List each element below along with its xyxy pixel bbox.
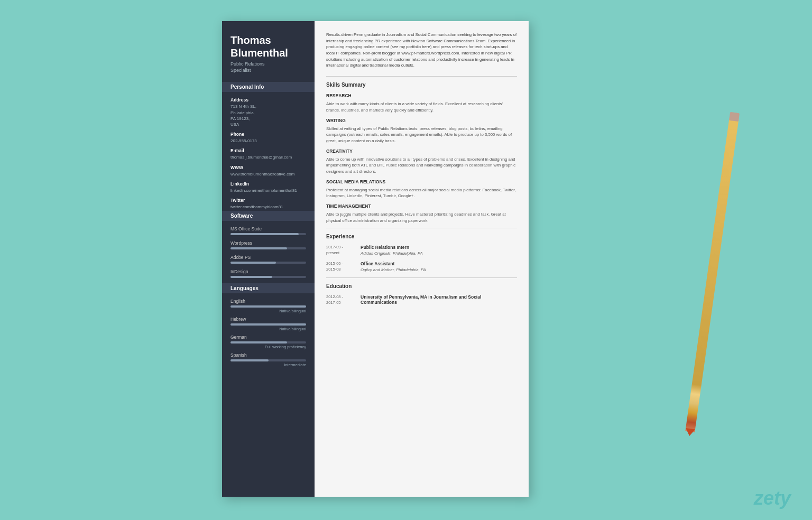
lang-hebrew-bar-fill [230,323,306,326]
lang-hebrew-name: Hebrew [230,317,306,322]
sidebar: Thomas Blumenthal Public RelationsSpecia… [222,21,315,497]
resume: Thomas Blumenthal Public RelationsSpecia… [222,21,529,497]
lang-spanish-name: Spanish [230,352,306,358]
twitter-label: Twitter [230,198,306,203]
experience-divider [326,228,517,228]
lang-english: English Native/bilingual [230,299,306,313]
skill-ms-office-name: MS Office Suite [230,226,306,231]
experience-item-1: 2017-09 -present Public Relations Intern… [326,245,517,256]
exp-1-date: 2017-09 -present [326,245,361,256]
pencil-decoration [685,117,739,433]
skill-ms-office-bar-fill [230,233,299,235]
skill-adobe-ps: Adobe PS [230,255,306,264]
main-content: Results-driven Penn graduate in Journali… [315,21,529,497]
skill-adobe-ps-bar-fill [230,262,276,264]
lang-german-bar-fill [230,341,287,343]
phone-value: 202-555-0173 [230,138,306,144]
skill-social-media-heading: SOCIAL MEDIA RELATIONS [326,179,517,184]
lang-english-level: Native/bilingual [230,309,306,313]
address-value: 713 N 4th St.,Philadelphia,PA 19123,USA [230,104,306,127]
skill-social-media-text: Proficient at managing social media rela… [326,187,517,199]
education-divider [326,277,517,278]
edu-1-date: 2012-08 -2017-05 [326,294,361,305]
exp-2-company: Ogilvy and Mather, Philadelphia, PA [361,267,517,272]
lang-english-name: English [230,299,306,304]
email-value: thomas.j.blumenthal@gmail.com [230,154,306,160]
skill-writing-text: Skilled at writing all types of Public R… [326,126,517,144]
candidate-title: Public RelationsSpecialist [230,61,306,73]
skill-wordpress: Wordpress [230,240,306,249]
lang-spanish-bar-bg [230,359,306,361]
lang-german-name: German [230,335,306,340]
skills-section-title: Skills Summary [326,82,517,88]
lang-hebrew-level: Native/bilingual [230,327,306,331]
lang-english-bar-fill [230,305,306,308]
twitter-value: twitter.com/thommybloom81 [230,204,306,210]
skill-research-text: Able to work with many kinds of clients … [326,101,517,113]
lang-german-level: Full working proficiency [230,345,306,349]
edu-1-details: University of Pennsylvania, MA in Journa… [361,294,517,305]
edu-1-title: University of Pennsylvania, MA in Journa… [361,294,517,305]
email-label: E-mail [230,148,306,153]
exp-1-company: Adidas Originals, Philadelphia, PA [361,251,517,256]
lang-english-bar-bg [230,305,306,308]
skill-ms-office-bar-bg [230,233,306,235]
skill-wordpress-bar-bg [230,247,306,249]
experience-item-2: 2015-06 -2015-08 Office Assistant Ogilvy… [326,261,517,272]
address-label: Address [230,97,306,103]
lang-german: German Full working proficiency [230,335,306,349]
personal-info-section-title: Personal Info [222,82,315,92]
lang-spanish: Spanish Intermediate [230,352,306,367]
lang-hebrew-bar-bg [230,323,306,326]
exp-1-title: Public Relations Intern [361,245,517,250]
candidate-name: Thomas Blumenthal [230,34,306,59]
skill-adobe-ps-bar-bg [230,262,306,264]
www-value: www.thomblumenthalcreative.com [230,171,306,177]
education-item-1: 2012-08 -2017-05 University of Pennsylva… [326,294,517,305]
lang-german-bar-bg [230,341,306,343]
phone-label: Phone [230,132,306,137]
lang-hebrew: Hebrew Native/bilingual [230,317,306,331]
lang-spanish-level: Intermediate [230,363,306,367]
www-label: WWW [230,165,306,170]
lang-spanish-bar-fill [230,359,269,361]
skill-time-mgmt-heading: TIME MANAGEMENT [326,203,517,209]
skill-creativity-text: Able to come up with innovative solution… [326,156,517,175]
experience-section-title: Experience [326,234,517,239]
skill-research-heading: RESEARCH [326,93,517,98]
languages-section-title: Languages [222,283,315,293]
page-wrapper: zety Thomas Blumenthal Public RelationsS… [0,0,812,520]
skill-wordpress-bar-fill [230,247,287,249]
skill-ms-office: MS Office Suite [230,226,306,235]
skill-indesign-bar-fill [230,276,272,278]
skills-divider [326,76,517,77]
exp-2-details: Office Assistant Ogilvy and Mather, Phil… [361,261,517,272]
skill-wordpress-name: Wordpress [230,240,306,246]
skill-creativity-heading: CREATIVITY [326,148,517,154]
skill-indesign-name: InDesign [230,269,306,274]
skill-time-mgmt-text: Able to juggle multiple clients and proj… [326,211,517,224]
exp-1-details: Public Relations Intern Adidas Originals… [361,245,517,256]
software-section-title: Software [222,211,315,221]
skill-writing-heading: WRITING [326,118,517,123]
skill-indesign: InDesign [230,269,306,278]
linkedin-label: LinkedIn [230,181,306,187]
summary-text: Results-driven Penn graduate in Journali… [326,32,517,69]
skill-indesign-bar-bg [230,276,306,278]
exp-2-date: 2015-06 -2015-08 [326,261,361,272]
education-section-title: Education [326,283,517,289]
zety-logo: zety [754,487,791,509]
exp-2-title: Office Assistant [361,261,517,266]
skill-adobe-ps-name: Adobe PS [230,255,306,260]
linkedin-value: linkedin.com/me/thomblumenthal81 [230,188,306,193]
pencil-eraser [729,112,740,122]
